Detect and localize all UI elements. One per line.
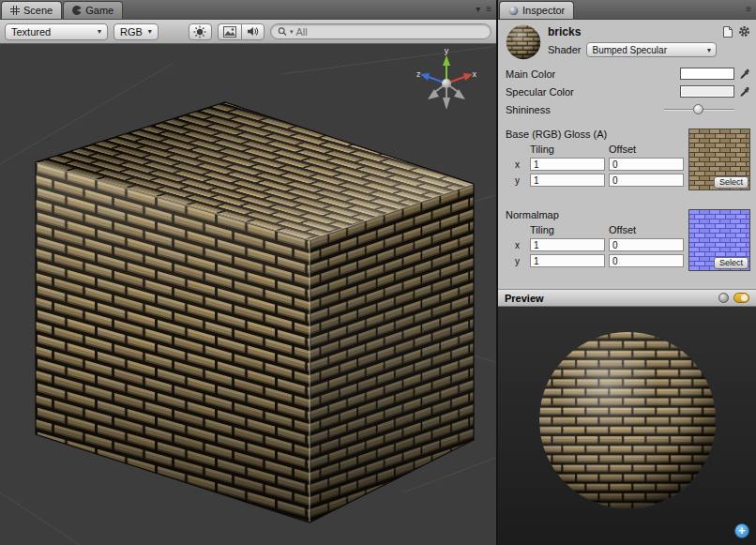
scene-render	[0, 44, 496, 545]
main-color-eyedropper[interactable]	[738, 68, 750, 80]
shader-label: Shader	[548, 44, 581, 55]
game-icon	[72, 6, 82, 15]
normal-tiling-header: Tiling	[530, 224, 605, 235]
eyedropper-icon	[739, 68, 750, 80]
normal-map-thumbnail[interactable]: Select	[688, 209, 750, 271]
base-tiling-x-input[interactable]	[530, 158, 605, 171]
specular-color-swatch[interactable]	[680, 85, 734, 98]
scene-toolbar: Textured ▾ RGB ▾ ▾	[0, 20, 496, 44]
render-channel-value: RGB	[120, 26, 143, 38]
scene-panel: Scene Game ▾ ≡ Textured ▾ RGB ▾	[0, 0, 498, 545]
main-color-label: Main Color	[506, 68, 680, 80]
material-info: bricks Shader Bumped Specular ▾	[548, 24, 717, 57]
shininess-slider-thumb[interactable]	[693, 104, 703, 114]
gizmo-z-axis[interactable]	[420, 73, 430, 81]
tab-inspector-label: Inspector	[522, 5, 565, 16]
base-map-section: Base (RGB) Gloss (A) Tiling Offset x y	[498, 127, 756, 196]
material-header-icons	[723, 25, 750, 38]
base-offset-x-input[interactable]	[609, 158, 684, 171]
gizmo-y-label: y	[445, 46, 449, 55]
inspector-panel: Inspector ≡	[498, 0, 756, 545]
main-color-row: Main Color	[498, 65, 756, 83]
normal-offset-x-input[interactable]	[609, 238, 684, 251]
scene-search[interactable]: ▾	[270, 23, 491, 39]
shader-dropdown[interactable]: Bumped Specular ▾	[586, 42, 717, 57]
panel-dropdown-icon[interactable]: ▾	[476, 4, 480, 15]
normal-map-select-button[interactable]: Select	[714, 257, 748, 269]
shader-value: Bumped Specular	[592, 45, 667, 55]
base-map-select-button[interactable]: Select	[714, 176, 748, 189]
specular-color-label: Specular Color	[506, 86, 680, 98]
chevron-down-icon: ▾	[707, 46, 711, 54]
base-map-thumbnail[interactable]: Select	[688, 129, 750, 190]
unity-editor-window: Scene Game ▾ ≡ Textured ▾ RGB ▾	[0, 0, 756, 545]
normal-tiling-x-input[interactable]	[530, 238, 605, 251]
base-x-label: x	[515, 159, 526, 170]
main-color-swatch[interactable]	[680, 68, 734, 80]
search-filter-caret-icon[interactable]: ▾	[290, 28, 294, 36]
preview-light-toggle[interactable]	[733, 293, 749, 303]
draw-mode-value: Textured	[11, 26, 51, 38]
doc-icon[interactable]	[723, 26, 733, 38]
material-sphere-thumbnail[interactable]	[506, 24, 541, 60]
scene-viewport[interactable]: y x z	[0, 44, 496, 545]
lighting-toggle-button[interactable]	[189, 23, 212, 40]
gizmo-y-axis[interactable]	[443, 55, 450, 66]
search-input[interactable]	[295, 26, 484, 38]
normal-offset-y-input[interactable]	[609, 254, 684, 267]
preview-header-buttons	[718, 293, 749, 303]
inspector-body: bricks Shader Bumped Specular ▾ M	[498, 20, 756, 289]
base-tiling-y-input[interactable]	[530, 174, 605, 187]
normal-tiling-y-input[interactable]	[530, 254, 605, 267]
scene-view-toggles	[218, 23, 265, 40]
gear-icon[interactable]	[738, 25, 750, 38]
base-y-label: y	[515, 175, 526, 186]
specular-color-eyedropper[interactable]	[738, 85, 750, 98]
scene-strip-icons: ▾ ≡	[476, 4, 491, 15]
eyedropper-icon	[739, 86, 750, 98]
gizmo-x-label: x	[473, 69, 477, 79]
scene-grid-icon	[10, 6, 20, 15]
normal-x-label: x	[515, 240, 526, 250]
preview-title: Preview	[505, 293, 544, 304]
scene-tabstrip: Scene Game ▾ ≡	[0, 0, 496, 20]
tab-scene-label: Scene	[23, 5, 53, 16]
inspector-tabstrip: Inspector ≡	[498, 0, 756, 20]
base-offset-y-input[interactable]	[609, 174, 684, 187]
shininess-slider[interactable]	[664, 103, 734, 115]
audio-toggle-button[interactable]	[241, 23, 265, 40]
inspector-orb-icon	[508, 6, 519, 16]
tab-game[interactable]: Game	[63, 1, 123, 19]
tab-scene[interactable]: Scene	[1, 1, 62, 19]
preview-sphere-button[interactable]	[718, 293, 729, 303]
tab-inspector[interactable]: Inspector	[499, 1, 574, 19]
chevron-down-icon: ▾	[98, 27, 101, 36]
shader-row: Shader Bumped Specular ▾	[548, 42, 717, 57]
base-tiling-header: Tiling	[530, 144, 605, 155]
panel-menu-icon[interactable]: ≡	[486, 4, 491, 15]
material-name: bricks	[548, 25, 717, 38]
search-icon	[278, 26, 287, 37]
base-offset-header: Offset	[609, 144, 684, 155]
normal-offset-header: Offset	[609, 224, 684, 235]
material-header: bricks Shader Bumped Specular ▾	[498, 20, 756, 65]
gizmo-x-axis[interactable]	[463, 73, 473, 81]
preview-area[interactable]: +	[498, 307, 756, 545]
sun-icon	[193, 25, 206, 38]
tab-game-label: Game	[85, 5, 113, 16]
preview-add-button[interactable]: +	[734, 523, 749, 538]
draw-mode-dropdown[interactable]: Textured ▾	[5, 23, 108, 40]
preview-header[interactable]: Preview	[498, 289, 756, 307]
preview-sphere	[538, 331, 717, 509]
inspector-menu-icon[interactable]: ≡	[746, 4, 751, 15]
skybox-toggle-button[interactable]	[218, 23, 241, 40]
render-channel-dropdown[interactable]: RGB ▾	[113, 23, 159, 40]
normal-map-section: Normalmap Tiling Offset x y	[498, 207, 756, 277]
orientation-gizmo[interactable]: y x z	[416, 46, 477, 114]
shininess-label: Shininess	[506, 104, 664, 115]
inspector-strip-icons: ≡	[746, 4, 751, 15]
normal-y-label: y	[515, 256, 526, 266]
chevron-down-icon: ▾	[148, 27, 152, 36]
shininess-row: Shininess	[498, 100, 756, 118]
image-icon	[223, 26, 236, 38]
